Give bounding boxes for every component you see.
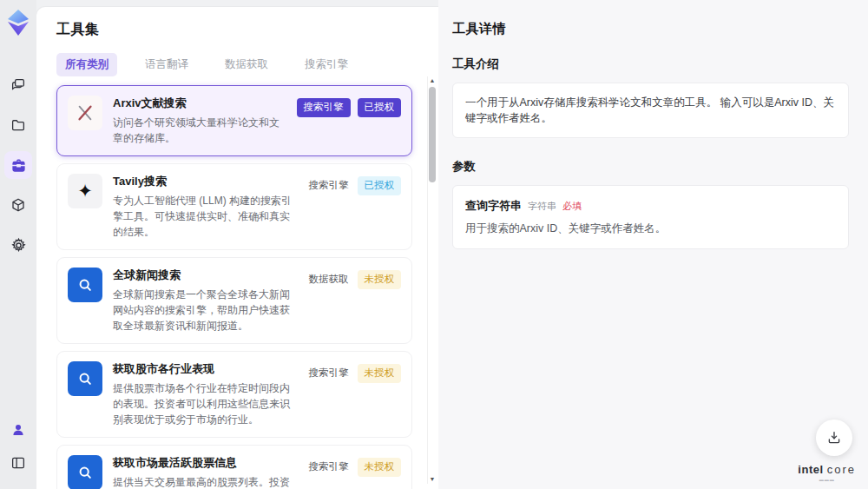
download-button[interactable]	[816, 420, 852, 456]
tool-card-global-news[interactable]: 全球新闻搜索 全球新闻搜索是一个聚合全球各大新闻网站内容的搜索引擎，帮助用户快速…	[56, 257, 412, 344]
search-blue-logo-icon	[68, 455, 102, 489]
chat-icon[interactable]	[4, 71, 32, 99]
tool-card-arxiv[interactable]: Arxiv文献搜索 访问各个研究领域大量科学论文和文章的存储库。 搜索引擎 已授…	[56, 85, 412, 156]
param-required-badge: 必填	[562, 200, 582, 213]
tool-detail-panel: 工具详情 工具介绍 一个用于从Arxiv存储库搜索科学论文和文章的工具。 输入可…	[438, 0, 868, 489]
app-window: 工具集 所有类别 语言翻译 数据获取 搜索引擎 A	[0, 0, 868, 489]
tool-name: 全球新闻搜索	[113, 268, 297, 283]
scroll-up-icon[interactable]: ▲	[428, 76, 437, 85]
tool-name: Tavily搜索	[113, 174, 297, 189]
tool-description: 专为人工智能代理 (LLM) 构建的搜索引擎工具。可快速提供实时、准确和真实的结…	[113, 193, 295, 240]
tool-card-most-active-stocks[interactable]: 获取市场最活跃股票信息 提供当天交易量最高的股票列表。投资者可以利用这些信息来识…	[56, 445, 412, 489]
cube-icon[interactable]	[4, 191, 32, 219]
tool-card-sector-performance[interactable]: 获取股市各行业表现 提供股票市场各个行业在特定时间段内的表现。投资者可以利用这些…	[56, 351, 412, 438]
parameter-card: 查询字符串 字符串 必填 用于搜索的Arxiv ID、关键字或作者姓名。	[452, 185, 849, 249]
sparkle-logo-icon: ✦	[68, 174, 102, 208]
search-blue-logo-icon	[68, 361, 102, 396]
brand-subline: ▬▬▬	[798, 477, 856, 482]
auth-status-badge: 未授权	[358, 270, 402, 289]
tool-name: Arxiv文献搜索	[113, 96, 286, 111]
auth-status-badge: 已授权	[358, 98, 402, 117]
auth-status-badge: 未授权	[358, 364, 402, 383]
brand-word-core: core	[827, 463, 856, 476]
download-icon	[826, 430, 842, 446]
intro-heading: 工具介绍	[452, 56, 849, 72]
app-logo-icon[interactable]	[6, 9, 30, 36]
tool-intro-text: 一个用于从Arxiv存储库搜索科学论文和文章的工具。 输入可以是Arxiv ID…	[452, 83, 849, 138]
category-tabs: 所有类别 语言翻译 数据获取 搜索引擎	[56, 53, 412, 76]
scrollbar-thumb[interactable]	[429, 87, 436, 182]
tool-description: 全球新闻搜索是一个聚合全球各大新闻网站内容的搜索引擎，帮助用户快速获取全球最新资…	[113, 287, 295, 334]
tab-all-categories[interactable]: 所有类别	[56, 53, 117, 76]
folder-icon[interactable]	[4, 111, 32, 139]
tab-data-fetch[interactable]: 数据获取	[216, 53, 277, 76]
tool-name: 获取股市各行业表现	[113, 361, 297, 377]
settings-icon[interactable]	[4, 231, 32, 259]
tool-name: 获取市场最活跃股票信息	[113, 455, 297, 471]
param-description: 用于搜索的Arxiv ID、关键字或作者姓名。	[465, 221, 836, 236]
user-icon[interactable]	[4, 416, 32, 444]
panel-toggle-icon[interactable]	[4, 449, 32, 477]
detail-title: 工具详情	[452, 21, 849, 37]
search-blue-logo-icon	[68, 268, 102, 302]
scroll-down-icon[interactable]: ▼	[428, 475, 437, 484]
category-label: 数据获取	[307, 270, 351, 289]
tool-list: Arxiv文献搜索 访问各个研究领域大量科学论文和文章的存储库。 搜索引擎 已授…	[56, 85, 412, 489]
tool-description: 提供股票市场各个行业在特定时间段内的表现。投资者可以利用这些信息来识别表现优于或…	[113, 380, 295, 427]
auth-status-badge: 已授权	[358, 176, 402, 195]
brand-word-intel: intel	[798, 463, 823, 476]
left-rail	[0, 0, 36, 489]
intel-core-logo: intel core ▬▬▬	[798, 463, 856, 482]
param-type: 字符串	[528, 200, 556, 213]
category-label: 搜索引擎	[307, 176, 351, 195]
rail-nav	[4, 71, 32, 259]
list-scrollbar[interactable]: ▲ ▼	[427, 76, 436, 484]
param-name: 查询字符串	[465, 198, 522, 214]
tools-list-panel: 工具集 所有类别 语言翻译 数据获取 搜索引擎 A	[36, 7, 438, 489]
tool-card-tavily[interactable]: ✦ Tavily搜索 专为人工智能代理 (LLM) 构建的搜索引擎工具。可快速提…	[56, 163, 412, 250]
tool-description: 访问各个研究领域大量科学论文和文章的存储库。	[113, 115, 286, 146]
auth-status-badge: 未授权	[358, 458, 402, 477]
arxiv-logo-icon	[68, 96, 102, 130]
category-label: 搜索引擎	[307, 458, 351, 477]
category-badge: 搜索引擎	[297, 98, 351, 117]
page-title: 工具集	[56, 21, 412, 39]
params-heading: 参数	[452, 159, 849, 175]
category-label: 搜索引擎	[307, 364, 351, 383]
tool-description: 提供当天交易量最高的股票列表。投资者可以利用这些信息来识别流动性强的股票和潜在的…	[113, 474, 295, 489]
rail-bottom	[4, 416, 32, 477]
tab-search-engine[interactable]: 搜索引擎	[296, 53, 357, 76]
tab-language-translation[interactable]: 语言翻译	[136, 53, 197, 76]
toolbox-icon[interactable]	[4, 151, 32, 179]
